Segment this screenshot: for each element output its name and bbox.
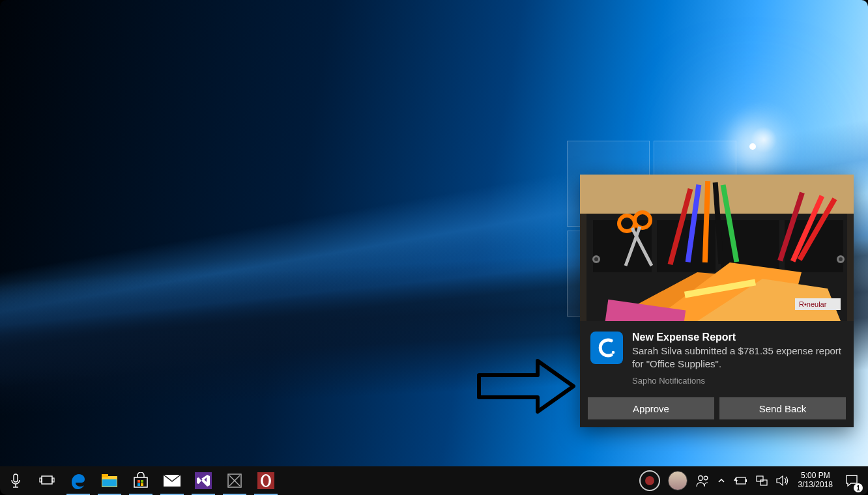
store-icon: [132, 472, 149, 489]
svg-rect-31: [14, 474, 18, 482]
svg-point-8: [594, 257, 598, 261]
svg-rect-41: [141, 480, 143, 483]
square-x-icon: [227, 473, 242, 488]
taskbar-item-mail[interactable]: [156, 466, 188, 495]
svg-rect-57: [760, 480, 767, 485]
tray-overflow-button[interactable]: [714, 466, 729, 495]
taskbar-item-opera[interactable]: [250, 466, 282, 495]
taskbar-right: 5:00 PM 3/13/2018 1: [635, 466, 868, 495]
light-flare: [749, 143, 756, 150]
svg-rect-39: [102, 479, 117, 487]
send-back-button[interactable]: Send Back: [719, 397, 846, 419]
edge-icon: [69, 472, 87, 490]
svg-rect-35: [40, 478, 42, 482]
svg-text:R•neular: R•neular: [799, 300, 827, 308]
svg-rect-40: [137, 480, 140, 483]
mail-icon: [163, 474, 181, 487]
taskbar: 5:00 PM 3/13/2018 1: [0, 466, 868, 495]
svg-rect-42: [137, 483, 140, 486]
visual-studio-icon: [195, 472, 212, 489]
approve-button[interactable]: Approve: [588, 397, 714, 419]
taskbar-left: [0, 466, 282, 495]
svg-point-52: [698, 476, 702, 481]
chevron-up-icon: [717, 477, 725, 485]
svg-point-51: [263, 475, 269, 486]
svg-point-53: [704, 476, 708, 480]
folder-icon: [101, 474, 118, 488]
toast-notification: R•neular New Expense Report Sarah Silva …: [580, 175, 854, 428]
action-center-button[interactable]: 1: [838, 466, 865, 495]
battery-icon: [733, 476, 747, 485]
desktop-wallpaper[interactable]: R•neular New Expense Report Sarah Silva …: [0, 0, 868, 466]
toast-hero-image: R•neular: [580, 175, 854, 321]
svg-rect-55: [745, 479, 747, 482]
toast-attribution: Sapho Notifications: [632, 376, 843, 386]
people-icon: [695, 474, 710, 488]
svg-rect-54: [736, 477, 745, 484]
svg-point-30: [612, 350, 615, 354]
svg-rect-36: [52, 478, 54, 482]
svg-rect-56: [757, 476, 763, 481]
cortana-mic-button[interactable]: [0, 466, 31, 495]
speaker-icon: [776, 475, 789, 487]
people-button[interactable]: [691, 466, 714, 495]
mic-icon: [10, 474, 22, 488]
taskbar-clock[interactable]: 5:00 PM 3/13/2018: [793, 472, 838, 490]
toast-app-icon: [590, 332, 623, 364]
svg-marker-58: [777, 476, 783, 485]
tray-network-icon[interactable]: [751, 466, 772, 495]
svg-rect-34: [42, 476, 52, 484]
user-avatar[interactable]: [664, 466, 691, 495]
taskbar-item-edge[interactable]: [63, 466, 94, 495]
task-view-icon: [39, 475, 55, 487]
network-icon: [755, 475, 768, 487]
opera-icon: [257, 472, 274, 489]
clock-date: 3/13/2018: [798, 481, 833, 490]
clock-time: 5:00 PM: [798, 472, 833, 481]
avatar-icon: [668, 471, 687, 490]
svg-rect-43: [141, 483, 143, 486]
circle-app-icon: [639, 470, 660, 491]
tray-volume-icon[interactable]: [772, 466, 793, 495]
toast-message: Sarah Silva submitted a $781.35 expense …: [632, 345, 843, 371]
tray-app-icon[interactable]: [635, 466, 664, 495]
task-view-button[interactable]: [31, 466, 63, 495]
toast-title: New Expense Report: [632, 332, 843, 343]
taskbar-item-app[interactable]: [219, 466, 250, 495]
svg-point-10: [839, 257, 843, 261]
svg-rect-38: [102, 474, 108, 477]
taskbar-item-store[interactable]: [125, 466, 156, 495]
tray-power-icon[interactable]: [729, 466, 751, 495]
taskbar-item-visual-studio[interactable]: [188, 466, 219, 495]
annotation-arrow-icon: [476, 357, 580, 416]
taskbar-item-file-explorer[interactable]: [94, 466, 125, 495]
action-center-badge: 1: [854, 483, 863, 492]
